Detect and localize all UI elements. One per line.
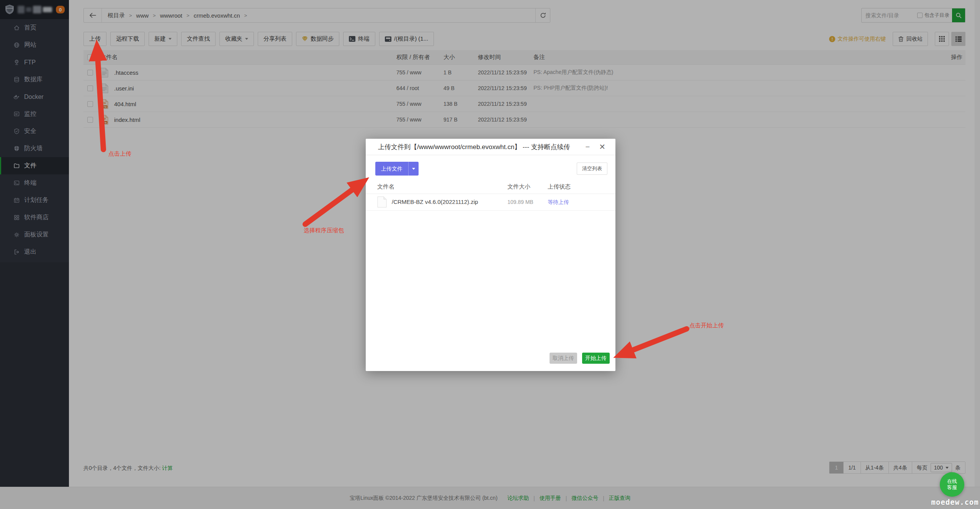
annotation-choose-archive: 选择程序压缩包 xyxy=(304,227,344,234)
upload-file-name: /CRMEB-BZ v4.6.0(20221112).zip xyxy=(392,194,478,210)
upload-options-caret[interactable] xyxy=(408,162,419,176)
dialog-title: 上传文件到【/www/wwwroot/crmeb.evoxwht.cn】 ---… xyxy=(378,143,583,151)
close-icon[interactable]: ✕ xyxy=(597,143,608,151)
annotation-click-upload: 点击上传 xyxy=(108,150,131,158)
upload-file-size: 109.89 MB xyxy=(507,194,533,210)
bt-panel-screen: 0 首页网站FTP数据库Docker监控安全防火墙文件终端计划任务软件商店面板设… xyxy=(0,0,980,509)
online-support-button[interactable]: 在线 客服 xyxy=(940,472,964,497)
dialog-body: 上传文件 清空列表 文件名 文件大小 上传状态 /CRMEB-BZ v4.6.0… xyxy=(366,155,615,371)
chat-label-line2: 客服 xyxy=(947,484,957,491)
chat-label-line1: 在线 xyxy=(947,478,957,484)
upload-file-list: /CRMEB-BZ v4.6.0(20221112).zip109.89 MB等… xyxy=(366,194,615,211)
watermark: moedew.com xyxy=(931,498,979,506)
cancel-upload-button[interactable]: 取消上传 xyxy=(550,353,577,364)
upload-file-status[interactable]: 等待上传 xyxy=(548,194,569,210)
upload-column-size: 文件大小 xyxy=(507,179,530,194)
start-upload-button[interactable]: 开始上传 xyxy=(582,353,610,364)
upload-dialog: 上传文件到【/www/wwwroot/crmeb.evoxwht.cn】 ---… xyxy=(366,139,615,371)
upload-column-status: 上传状态 xyxy=(548,179,571,194)
upload-column-name: 文件名 xyxy=(377,179,394,194)
upload-file-label[interactable]: 上传文件 xyxy=(375,162,408,176)
upload-file-button[interactable]: 上传文件 xyxy=(375,162,419,176)
upload-list-item: /CRMEB-BZ v4.6.0(20221112).zip109.89 MB等… xyxy=(366,194,615,211)
upload-list-header: 文件名 文件大小 上传状态 xyxy=(366,179,615,194)
minimize-icon[interactable]: − xyxy=(583,143,592,151)
file-icon xyxy=(377,196,387,208)
chevron-down-icon xyxy=(412,168,415,170)
clear-list-button[interactable]: 清空列表 xyxy=(577,163,607,175)
dialog-title-bar[interactable]: 上传文件到【/www/wwwroot/crmeb.evoxwht.cn】 ---… xyxy=(366,139,615,155)
annotation-click-start: 点击开始上传 xyxy=(689,322,724,329)
